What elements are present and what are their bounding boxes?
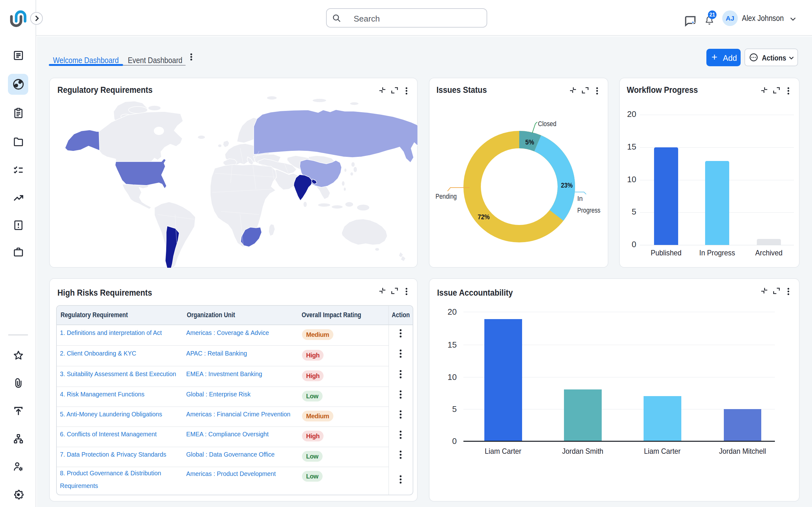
svg-text:5%: 5% [525,138,534,146]
svg-text:Progress: Progress [577,206,600,214]
svg-text:In: In [577,194,583,203]
svg-text:23%: 23% [561,181,573,189]
svg-text:Closed: Closed [538,120,556,128]
svg-text:Pending: Pending [436,192,457,200]
svg-text:72%: 72% [478,213,490,221]
